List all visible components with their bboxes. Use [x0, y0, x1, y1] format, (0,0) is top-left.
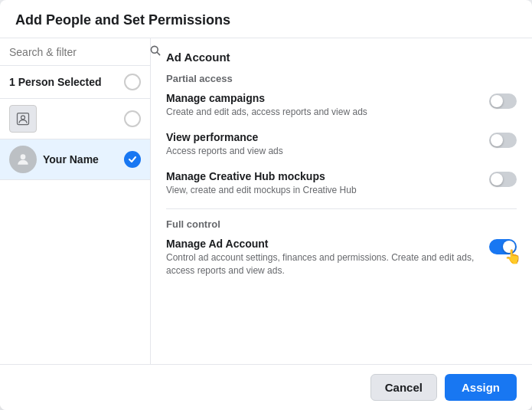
svg-point-4 — [21, 154, 26, 159]
sidebar: 1 Person Selected — [0, 38, 151, 364]
toggle-performance[interactable] — [489, 133, 517, 148]
toggle-creative-hub[interactable] — [489, 172, 517, 187]
toggle-performance-slider — [489, 133, 517, 148]
person-name: Your Name — [43, 153, 99, 166]
search-input[interactable] — [9, 46, 143, 58]
search-bar[interactable] — [0, 38, 150, 66]
section-title: Ad Account — [166, 51, 517, 64]
permission-desc-campaigns: Create and edit ads, access reports and … — [166, 106, 480, 119]
permission-desc-ad-account: Control ad account settings, finances an… — [166, 251, 480, 277]
check-circle — [124, 151, 141, 168]
assign-button[interactable]: Assign — [445, 374, 517, 401]
permission-desc-creative-hub: View, create and edit mockups in Creativ… — [166, 184, 480, 197]
modal-body: 1 Person Selected — [0, 38, 532, 364]
permission-row-manage-campaigns: Manage campaigns Create and edit ads, ac… — [166, 92, 517, 119]
toggle-ad-account-wrapper: 👆 — [489, 238, 517, 254]
permission-name-creative-hub: Manage Creative Hub mockups — [166, 170, 480, 182]
person-selected-label: 1 Person Selected — [9, 76, 102, 88]
permission-desc-performance: Access reports and view ads — [166, 145, 480, 158]
full-control-label: Full control — [166, 218, 517, 230]
modal-footer: Cancel Assign — [0, 364, 532, 410]
permission-row-creative-hub: Manage Creative Hub mockups View, create… — [166, 170, 517, 197]
toggle-creative-hub-slider — [489, 172, 517, 187]
cancel-button[interactable]: Cancel — [370, 374, 437, 401]
toggle-campaigns[interactable] — [489, 93, 517, 109]
add-people-modal: Add People and Set Permissions 1 Person … — [0, 0, 532, 410]
permission-row-manage-ad-account: Manage Ad Account Control ad account set… — [166, 238, 517, 277]
toggle-ad-account[interactable] — [489, 239, 517, 254]
divider — [166, 208, 517, 209]
modal-header: Add People and Set Permissions — [0, 0, 532, 38]
permission-name-campaigns: Manage campaigns — [166, 92, 480, 104]
svg-point-3 — [21, 116, 25, 120]
avatar-icon — [9, 105, 37, 133]
partial-access-label: Partial access — [166, 73, 517, 84]
person-avatar — [9, 146, 37, 173]
permission-row-view-performance: View performance Access reports and view… — [166, 131, 517, 158]
toggle-ad-account-slider — [489, 239, 517, 254]
avatar-placeholder-row — [0, 99, 150, 139]
person-selected-row: 1 Person Selected — [0, 66, 150, 99]
modal-title: Add People and Set Permissions — [15, 12, 230, 28]
content-area: Ad Account Partial access Manage campaig… — [151, 38, 532, 364]
permission-name-performance: View performance — [166, 131, 480, 143]
avatar-circle[interactable] — [124, 110, 141, 127]
person-selected-circle[interactable] — [124, 74, 141, 90]
permission-name-ad-account: Manage Ad Account — [166, 238, 480, 250]
toggle-campaigns-slider — [489, 93, 517, 109]
your-name-row[interactable]: Your Name — [0, 139, 150, 180]
